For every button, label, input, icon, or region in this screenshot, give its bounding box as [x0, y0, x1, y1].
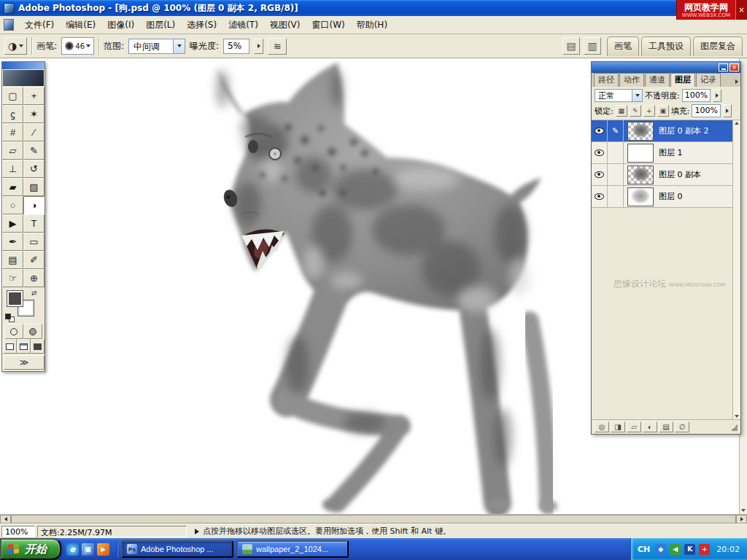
tab-layers[interactable]: 图层 — [670, 73, 695, 87]
show-desktop-icon[interactable]: ▣ — [82, 543, 94, 556]
layer-style-button[interactable]: ◎ — [595, 421, 609, 432]
layer-name[interactable]: 图层 1 — [657, 147, 683, 158]
standard-mode-button[interactable] — [4, 324, 23, 339]
tool-magic-wand[interactable]: ✶ — [23, 105, 44, 123]
brush-preset-picker[interactable]: 46 — [61, 37, 94, 55]
tool-blur[interactable]: ○ — [2, 196, 23, 214]
fill-slider-button[interactable] — [723, 104, 732, 117]
tool-history-brush[interactable]: ↺ — [23, 160, 44, 178]
layer-set-button[interactable]: ▱ — [627, 421, 641, 432]
tool-pen[interactable]: ✒ — [2, 233, 23, 251]
exposure-input[interactable]: 5% — [223, 39, 249, 54]
opacity-input[interactable]: 100% — [682, 89, 711, 102]
menu-filter[interactable]: 滤镜(T) — [222, 16, 264, 34]
new-layer-button[interactable]: ▤ — [659, 421, 673, 432]
window-titlebar[interactable]: Adobe Photoshop - [狗.psd @ 100% (图层 0 副本… — [0, 0, 747, 16]
tool-clone-stamp[interactable]: ⊥ — [2, 160, 23, 178]
lock-all-button[interactable]: ▣ — [657, 105, 669, 117]
foreground-color-swatch[interactable] — [7, 291, 23, 306]
scroll-right-button[interactable] — [736, 515, 747, 524]
swap-colors-icon[interactable]: ⇄ — [31, 289, 37, 297]
jump-to-imageready-button[interactable]: ≫ — [4, 355, 44, 370]
tool-preset-picker[interactable]: ◑ — [4, 37, 27, 55]
palette-minimize-button[interactable] — [719, 63, 728, 71]
tool-lasso[interactable]: ϛ — [2, 105, 23, 123]
tool-eraser[interactable]: ▰ — [2, 178, 23, 196]
menu-layer[interactable]: 图层(L) — [140, 16, 181, 34]
tab-channels[interactable]: 通道 — [645, 73, 670, 87]
menu-file[interactable]: 文件(F) — [19, 16, 60, 34]
lock-paint-button[interactable]: ✎ — [630, 105, 641, 117]
visibility-toggle[interactable] — [592, 186, 608, 207]
layer-row[interactable]: 图层 0 副本 — [592, 164, 732, 186]
dropdown-arrow-button[interactable] — [173, 39, 185, 53]
zoom-level-field[interactable]: 100% — [1, 526, 35, 537]
antivirus-icon[interactable]: K — [684, 544, 695, 555]
exposure-slider-button[interactable] — [254, 39, 263, 54]
layer-thumbnail[interactable] — [627, 144, 654, 163]
security-icon[interactable]: + — [699, 544, 710, 555]
fullscreen-button[interactable] — [31, 339, 44, 354]
tab-actions[interactable]: 动作 — [619, 73, 644, 87]
start-button[interactable]: 开始 — [0, 538, 61, 560]
tool-crop[interactable]: # — [2, 123, 23, 141]
tool-hand[interactable]: ☞ — [2, 269, 23, 287]
menu-view[interactable]: 视图(V) — [264, 16, 306, 34]
menu-select[interactable]: 选择(S) — [181, 16, 222, 34]
layer-name[interactable]: 图层 0 — [657, 191, 683, 202]
tool-rectangular-marquee[interactable]: ▢ — [2, 87, 23, 105]
layer-name[interactable]: 图层 0 副本 2 — [657, 125, 709, 136]
visibility-toggle[interactable] — [592, 164, 608, 185]
toolbox-titlebar[interactable] — [2, 62, 44, 69]
layer-mask-button[interactable]: ◨ — [611, 421, 625, 432]
delete-layer-button[interactable]: ∅ — [675, 421, 689, 432]
printer-button[interactable]: ▥ — [584, 37, 601, 55]
menu-window[interactable]: 窗口(W) — [306, 16, 350, 34]
tool-dodge[interactable]: ◑ — [23, 196, 44, 214]
tool-path-selection[interactable]: ▶ — [2, 214, 23, 233]
layer-row[interactable]: 图层 0 — [592, 186, 732, 208]
range-dropdown[interactable]: 中间调 — [128, 39, 185, 54]
default-colors-icon[interactable] — [5, 314, 16, 322]
language-indicator[interactable]: CH — [638, 545, 650, 554]
layer-thumbnail[interactable] — [627, 122, 654, 141]
resize-grip[interactable] — [730, 424, 738, 431]
well-tab-tool-presets[interactable]: 工具预设 — [641, 36, 691, 56]
taskbar-item-wallpaper[interactable]: wallpaper_2_1024... — [236, 540, 349, 558]
file-browser-button[interactable]: ▤ — [562, 37, 580, 55]
tool-brush[interactable]: ✎ — [23, 141, 44, 160]
tool-zoom[interactable]: ⊕ — [23, 269, 44, 287]
tool-eyedropper[interactable]: ✐ — [23, 251, 44, 269]
document-size-field[interactable]: 文档:2.25M/7.97M — [37, 526, 187, 537]
visibility-toggle[interactable] — [592, 120, 608, 141]
adjustment-layer-button[interactable]: ◐ — [643, 421, 657, 432]
dropdown-arrow-button[interactable] — [632, 90, 642, 101]
palette-titlebar[interactable]: × — [592, 62, 740, 73]
layer-row[interactable]: 图层 1 — [592, 142, 732, 164]
menu-image[interactable]: 图像(I) — [101, 16, 140, 34]
lock-position-button[interactable]: + — [643, 105, 655, 117]
blend-mode-dropdown[interactable]: 正常 — [595, 89, 643, 102]
layer-name[interactable]: 图层 0 副本 — [657, 169, 701, 180]
tool-gradient[interactable]: ▨ — [23, 178, 44, 196]
opacity-slider-button[interactable] — [713, 89, 721, 102]
network-icon[interactable]: ◆ — [655, 544, 666, 555]
scroll-left-button[interactable] — [0, 515, 11, 524]
well-tab-layer-comps[interactable]: 图层复合 — [693, 36, 743, 56]
tool-type[interactable]: T — [23, 214, 44, 233]
standard-screen-button[interactable] — [3, 339, 17, 354]
scrollbar-track[interactable] — [11, 515, 736, 524]
tool-shape[interactable]: ▭ — [23, 233, 44, 251]
visibility-toggle[interactable] — [592, 142, 608, 163]
tool-notes[interactable]: ▤ — [2, 251, 23, 269]
volume-icon[interactable]: ◀ — [670, 544, 681, 555]
tab-history[interactable]: 记录 — [696, 73, 721, 87]
layer-thumbnail[interactable] — [627, 166, 654, 184]
palette-scrollbar[interactable] — [732, 120, 740, 419]
fill-input[interactable]: 100% — [692, 104, 720, 117]
taskbar-item-photoshop[interactable]: Ps Adobe Photoshop ... — [121, 540, 233, 558]
tool-move[interactable]: + — [23, 87, 44, 105]
well-tab-brushes[interactable]: 画笔 — [607, 36, 639, 56]
media-player-icon[interactable]: ▶ — [97, 543, 109, 556]
lock-transparency-button[interactable]: ▦ — [616, 105, 627, 117]
